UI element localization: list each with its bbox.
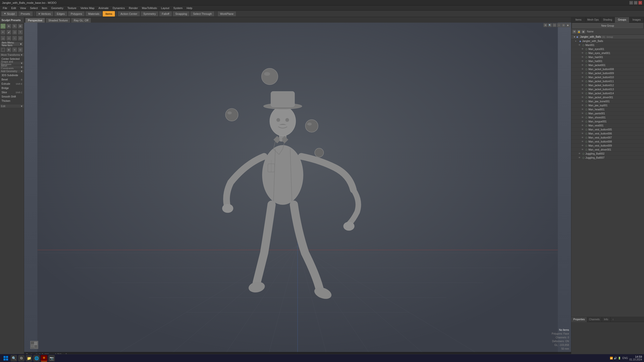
workplane-button[interactable]: WorkPlane <box>217 11 236 17</box>
viewport[interactable]: ⚙ 🔍 ⬡ ↕ ⊡ ▶ No Items Polygons: Face <box>24 23 571 357</box>
menu-texture[interactable]: Texture <box>66 6 78 11</box>
info-tab[interactable]: Info <box>602 317 611 322</box>
tree-item[interactable]: 👁 ⬡ Man_jaw_top001 <box>571 104 644 108</box>
tree-item[interactable]: 👁 ⬡ Man_jacket_button010 <box>571 75 644 79</box>
menu-maxtomode[interactable]: MaxToModo <box>140 6 159 11</box>
tree-item[interactable]: 👁 ⬡ Man_head001 <box>571 108 644 112</box>
tree-item[interactable]: 👁 ⬡ Man_eyes_shel001 <box>571 51 644 55</box>
tree-item[interactable]: 👁 ⬡ Man_jacket001 <box>571 63 644 67</box>
menu-select[interactable]: Select <box>28 6 39 11</box>
tab-shaded-texture[interactable]: Shaded Texture <box>46 18 70 23</box>
tool-select[interactable]: ▷ <box>1 24 6 29</box>
thicken-item[interactable]: Thicken <box>0 99 24 103</box>
menu-edit[interactable]: Edit <box>10 6 18 11</box>
menu-dynamics[interactable]: Dynamics <box>111 6 127 11</box>
presets-button[interactable]: Presets <box>18 11 33 17</box>
tool-move[interactable]: ⊕ <box>6 24 11 29</box>
menu-layout[interactable]: Layout <box>159 6 171 11</box>
select-through-button[interactable]: Select Through <box>190 11 214 17</box>
action-center-button[interactable]: Action Center <box>118 11 140 17</box>
menu-render[interactable]: Render <box>127 6 140 11</box>
tab-perspective[interactable]: Perspective <box>25 18 45 23</box>
viewport-lock-icon[interactable]: ↕ <box>557 23 561 27</box>
menu-file[interactable]: File <box>1 6 9 11</box>
edges-button[interactable]: Edges <box>54 11 67 17</box>
sculpt-mode-button[interactable]: ✦ Sculpt <box>1 11 18 17</box>
tree-eye-button[interactable]: 👁 <box>572 30 576 34</box>
tree-item[interactable]: 👁 ⬡ Man_vest_driver001 <box>571 148 644 152</box>
tree-root-node[interactable]: ▼ ◈ Jangler_with_Balls (3) : Group <box>571 35 644 39</box>
tab-groups[interactable]: Groups <box>615 17 629 23</box>
tree-item[interactable]: 👁 ⬡ Man_jacket_button008 <box>571 67 644 71</box>
tool-paint[interactable]: 🖌 <box>6 30 11 35</box>
tree-item[interactable]: 👁 ⬡ Man_eyes001 <box>571 47 644 51</box>
menu-help[interactable]: Help <box>185 6 194 11</box>
tool-text[interactable]: T <box>18 30 23 35</box>
smooth-shift-item[interactable]: Smooth Shift <box>0 95 24 99</box>
tool-b1[interactable]: ⬛ <box>1 47 6 52</box>
extrude-item[interactable]: Extrude Shift E <box>0 82 24 86</box>
tree-item[interactable]: 👁 ⬡ Man_jacket_driver001 <box>571 96 644 100</box>
viewport-more-icon[interactable]: ▶ <box>566 23 570 27</box>
bevel-item[interactable]: Bevel B <box>0 77 24 82</box>
menu-item[interactable]: Item <box>40 6 49 11</box>
tool-a2[interactable]: ◇ <box>6 36 11 41</box>
menu-system[interactable]: System <box>172 6 184 11</box>
tree-item[interactable]: 👁 ⬡ Man_vest_button009 <box>571 144 644 148</box>
tool-a3[interactable]: ○ <box>12 36 17 41</box>
add-geometry-section[interactable]: Add Geometry ▼ <box>0 69 24 73</box>
tree-item[interactable]: 👁 ⬡ Man_jacket_button014 <box>571 92 644 96</box>
menu-geometry[interactable]: Geometry <box>49 6 65 11</box>
tab-shading[interactable]: Shading <box>600 17 615 23</box>
tree-item[interactable]: 👁 ⬡ Man_vest_button007 <box>571 136 644 140</box>
menu-view[interactable]: View <box>18 6 28 11</box>
tree-item[interactable]: 👁 ⬡ Man_vest_button006 <box>571 132 644 136</box>
tab-images[interactable]: Images <box>629 17 644 23</box>
close-button[interactable]: × <box>638 1 642 5</box>
tree-item[interactable]: 👁 ⬡ Man001 <box>571 43 644 47</box>
mesh-constraints-section[interactable]: Mesh Constraints ▼ <box>0 65 24 69</box>
tree-item[interactable]: 👁 ⬡ Man_jacket_button012 <box>571 83 644 87</box>
tree-item[interactable]: 👁 ⬡ Man_pants001 <box>571 112 644 116</box>
viewport-camera-icon[interactable]: ⊡ <box>561 23 566 27</box>
items-button[interactable]: Items <box>103 11 115 17</box>
viewport-expand-icon[interactable]: ⬡ <box>552 23 556 27</box>
tool-scale[interactable]: ⊞ <box>18 24 23 29</box>
more-transforms-section[interactable]: More Transforms ▼ <box>0 53 24 57</box>
tree-item[interactable]: 👁 ⬡ Man_jacket_button013 <box>571 87 644 92</box>
tool-rotate[interactable]: ↻ <box>12 24 17 29</box>
edit-header[interactable]: Edit ▼ <box>0 104 24 108</box>
tree-item[interactable]: 👁 ⬡ Man_jacket_button011 <box>571 79 644 83</box>
tree-item[interactable]: 👁 ⬡ Man_hat001 <box>571 59 644 63</box>
tool-a1[interactable]: △ <box>1 36 6 41</box>
tree-item[interactable]: 👁 ⬡ Juggling_Ball007 <box>571 156 644 160</box>
tree-item[interactable]: 👁 ⬡ Man_jacket_button009 <box>571 71 644 75</box>
tool-a4[interactable]: ⬡ <box>18 36 23 41</box>
tree-item[interactable]: 👁 ⬡ Man_hair001 <box>571 55 644 59</box>
tree-render-button[interactable]: ◉ <box>581 30 585 34</box>
polygons-button[interactable]: Polygons <box>68 11 85 17</box>
tree-item[interactable]: 👁 ⬡ Man_vest_button008 <box>571 140 644 144</box>
symmetry-button[interactable]: Symmetry <box>141 11 159 17</box>
menu-animate[interactable]: Animate <box>97 6 110 11</box>
snapping-button[interactable]: Snapping <box>173 11 190 17</box>
new-group-button[interactable]: New Group <box>572 23 643 28</box>
tree-item[interactable]: 👁 ⬡ Juggling_Ball002 <box>571 152 644 156</box>
taskbar-browser[interactable]: 🌐 <box>33 355 40 361</box>
minimize-button[interactable]: − <box>629 1 633 5</box>
start-button[interactable] <box>2 354 10 362</box>
expand-prop-button[interactable]: ↕ <box>611 317 644 322</box>
tool-b3[interactable]: ≡ <box>12 47 17 52</box>
vertices-button[interactable]: Vertices <box>36 11 54 17</box>
viewport-settings-icon[interactable]: ⚙ <box>543 23 547 27</box>
tab-ray-gl[interactable]: Ray GL: Off <box>71 18 91 23</box>
tool-b2[interactable]: ⊗ <box>6 47 11 52</box>
viewport-search-icon[interactable]: 🔍 <box>548 23 552 27</box>
tree-item[interactable]: 👁 ⬡ Man_shoes001 <box>571 116 644 120</box>
scene-tree[interactable]: ▼ ◈ Jangler_with_Balls (3) : Group ▸ ◈ J… <box>571 35 644 317</box>
tool-b4[interactable]: ⊙ <box>18 47 23 52</box>
maximize-button[interactable]: □ <box>634 1 637 5</box>
sds-subdivide-item[interactable]: 3DS Subdivide <box>0 73 24 77</box>
tab-items[interactable]: Items <box>571 17 586 23</box>
tree-item[interactable]: 👁 ⬡ Man_vest001 <box>571 124 644 128</box>
